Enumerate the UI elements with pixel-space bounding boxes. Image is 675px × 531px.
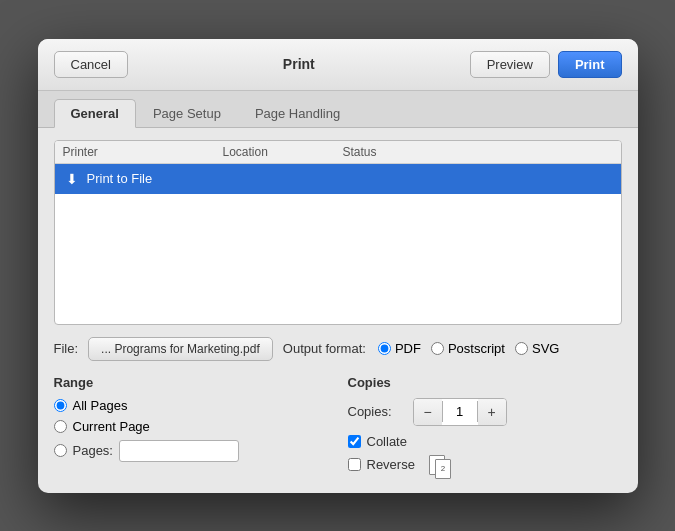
copies-row: Copies: − 1 +: [348, 398, 622, 426]
col-printer-header: Printer: [63, 145, 223, 159]
download-icon: ⬇: [63, 170, 81, 188]
range-section: Range All Pages Current Page Pages:: [54, 375, 328, 481]
page-back: 2: [435, 459, 451, 479]
output-format-section: Output format: PDF Postscript SVG: [283, 341, 622, 356]
file-label: File:: [54, 341, 79, 356]
collate-icon: 1 2: [427, 455, 455, 481]
printer-name: Print to File: [87, 171, 153, 186]
preview-button[interactable]: Preview: [470, 51, 550, 78]
title-bar: Cancel Print Preview Print: [38, 39, 638, 91]
col-location-header: Location: [223, 145, 343, 159]
file-chooser-button[interactable]: ... Programs for Marketing.pdf: [88, 337, 273, 361]
reverse-row: Reverse: [348, 457, 415, 472]
tab-bar: General Page Setup Page Handling: [38, 91, 638, 128]
file-row: File: ... Programs for Marketing.pdf Out…: [54, 337, 622, 361]
reverse-label[interactable]: Reverse: [367, 457, 415, 472]
range-pages-label: Pages:: [73, 443, 113, 458]
printer-row[interactable]: ⬇ Print to File: [55, 164, 621, 194]
output-format-postscript[interactable]: Postscript: [431, 341, 505, 356]
output-format-radio-group: PDF Postscript SVG: [378, 341, 560, 356]
printer-table: Printer Location Status ⬇ Print to File: [54, 140, 622, 325]
bottom-section: Range All Pages Current Page Pages:: [54, 375, 622, 481]
copies-title: Copies: [348, 375, 622, 390]
collate-row: Collate: [348, 434, 622, 449]
range-title: Range: [54, 375, 328, 390]
dialog-title: Print: [128, 56, 470, 72]
range-all-pages[interactable]: All Pages: [54, 398, 328, 413]
copies-control: − 1 +: [413, 398, 507, 426]
tab-general[interactable]: General: [54, 99, 136, 128]
range-pages-input[interactable]: [119, 440, 239, 462]
collate-checkbox[interactable]: [348, 435, 361, 448]
output-format-pdf[interactable]: PDF: [378, 341, 421, 356]
collate-label[interactable]: Collate: [367, 434, 407, 449]
copies-increment-button[interactable]: +: [478, 399, 506, 425]
copies-label: Copies:: [348, 404, 403, 419]
copies-value: 1: [442, 401, 478, 422]
col-status-header: Status: [343, 145, 613, 159]
output-format-label: Output format:: [283, 341, 366, 356]
printer-table-header: Printer Location Status: [55, 141, 621, 164]
print-button[interactable]: Print: [558, 51, 622, 78]
range-current-page[interactable]: Current Page: [54, 419, 328, 434]
title-bar-right: Preview Print: [470, 51, 622, 78]
printer-list: ⬇ Print to File: [55, 164, 621, 324]
copies-section: Copies Copies: − 1 + Collate R: [348, 375, 622, 481]
range-pages-radio[interactable]: [54, 444, 67, 457]
range-pages-row: Pages:: [54, 440, 328, 462]
tab-page-handling[interactable]: Page Handling: [238, 99, 357, 128]
copies-decrement-button[interactable]: −: [414, 399, 442, 425]
print-dialog: Cancel Print Preview Print General Page …: [38, 39, 638, 493]
output-format-svg[interactable]: SVG: [515, 341, 559, 356]
tab-page-setup[interactable]: Page Setup: [136, 99, 238, 128]
dialog-content: Printer Location Status ⬇ Print to File …: [38, 128, 638, 493]
cancel-button[interactable]: Cancel: [54, 51, 128, 78]
range-radio-stack: All Pages Current Page Pages:: [54, 398, 328, 462]
reverse-checkbox[interactable]: [348, 458, 361, 471]
